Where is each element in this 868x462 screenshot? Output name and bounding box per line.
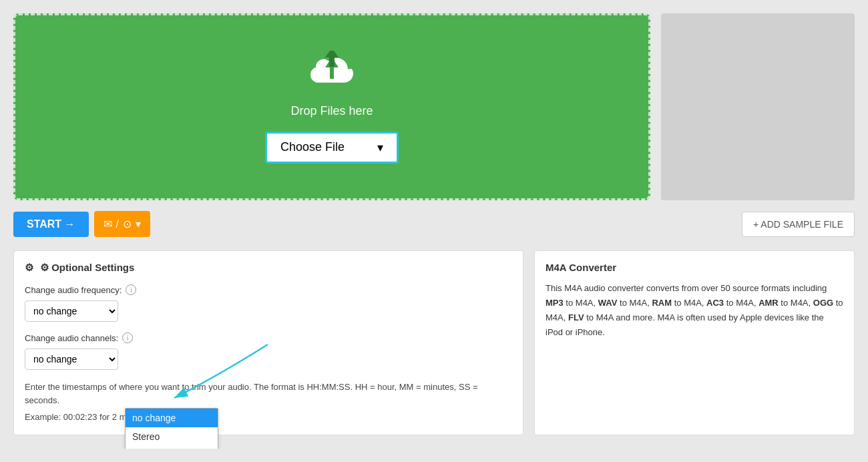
channels-dropdown-overlay: no change Stereo Mono [125, 408, 218, 449]
upload-cloud-icon [305, 51, 359, 96]
add-sample-button[interactable]: + ADD SAMPLE FILE [742, 212, 855, 237]
dropdown-option-stereo[interactable]: Stereo [126, 427, 218, 446]
frequency-field-group: Change audio frequency: i no change 8000… [25, 284, 512, 322]
format-ram: RAM [652, 298, 672, 308]
dropdown-option-mono[interactable]: Mono [126, 446, 218, 449]
choose-file-label: Choose File [280, 140, 345, 154]
info-panel-text: This M4A audio converter converts from o… [546, 281, 843, 340]
format-wav: WAV [598, 298, 618, 308]
choose-file-button[interactable]: Choose File ▾ [265, 132, 399, 164]
format-flv: FLV [568, 312, 584, 322]
slash-separator: / [116, 218, 119, 230]
start-button[interactable]: START → [13, 212, 89, 237]
info-panel-title: M4A Converter [546, 262, 843, 273]
email-time-button[interactable]: ✉ / ⊙ ▾ [94, 211, 150, 237]
email-time-chevron-icon: ▾ [136, 218, 141, 230]
channels-field-group: Change audio channels: i no change Stere… [25, 332, 512, 370]
main-content: ⚙ ⚙ Optional Settings Change audio frequ… [13, 250, 855, 435]
gear-icon: ⚙ [25, 262, 33, 274]
dropdown-option-no-change[interactable]: no change [126, 409, 218, 427]
info-panel: M4A Converter This M4A audio converter c… [534, 250, 855, 435]
channels-select[interactable]: no change Stereo Mono [25, 349, 118, 370]
format-amr: AMR [758, 298, 779, 308]
frequency-select[interactable]: no change 8000 Hz 11025 Hz 16000 Hz 2205… [25, 300, 118, 322]
email-icon: ✉ [103, 218, 112, 230]
controls-left: START → ✉ / ⊙ ▾ [13, 211, 150, 237]
timestamp-info: Enter the timestamps of where you want t… [25, 381, 512, 424]
frequency-info-icon[interactable]: i [126, 284, 136, 295]
format-mp3: MP3 [546, 298, 564, 308]
format-ogg: OGG [813, 298, 833, 308]
settings-panel: ⚙ ⚙ Optional Settings Change audio frequ… [13, 250, 523, 435]
preview-area [661, 13, 855, 200]
frequency-label: Change audio frequency: i [25, 284, 512, 295]
drop-files-text: Drop Files here [290, 104, 373, 118]
channels-info-icon[interactable]: i [122, 332, 133, 343]
choose-file-chevron-icon: ▾ [377, 140, 383, 155]
settings-title: ⚙ ⚙ Optional Settings [25, 262, 512, 274]
drop-zone[interactable]: Drop Files here Choose File ▾ [13, 13, 650, 200]
clock-icon: ⊙ [123, 218, 132, 230]
channels-label: Change audio channels: i [25, 332, 512, 343]
controls-row: START → ✉ / ⊙ ▾ + ADD SAMPLE FILE [13, 211, 855, 237]
format-ac3: AC3 [706, 298, 724, 308]
